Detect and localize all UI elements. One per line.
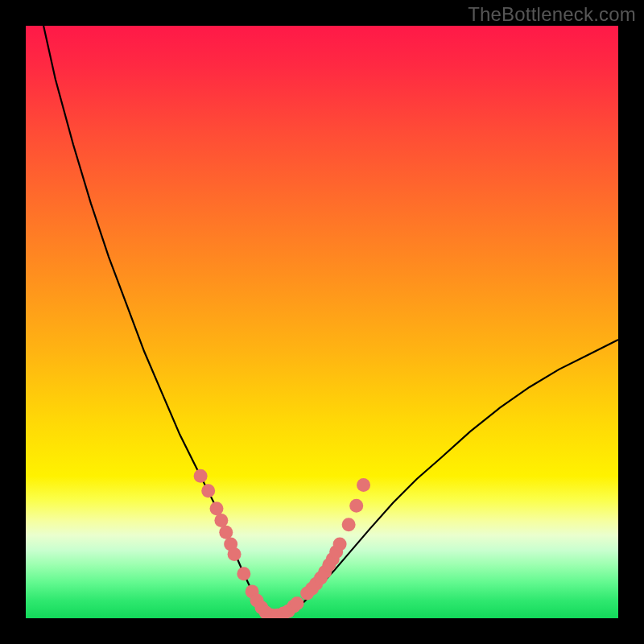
chart-outer-frame: TheBottleneck.com: [0, 0, 644, 644]
bottleneck-chart: [26, 26, 618, 618]
data-point-marker: [349, 499, 363, 513]
plot-area: [26, 26, 618, 618]
data-point-marker: [357, 478, 370, 492]
data-point-marker: [209, 502, 223, 515]
data-point-marker: [291, 597, 304, 610]
watermark-text: TheBottleneck.com: [468, 3, 636, 26]
data-point-marker: [194, 469, 208, 483]
data-point-marker: [237, 567, 250, 580]
data-point-marker: [201, 484, 215, 497]
data-point-marker: [219, 526, 233, 539]
data-point-marker: [228, 547, 242, 561]
data-point-marker: [214, 514, 228, 527]
data-point-marker: [333, 538, 347, 551]
gradient-background: [26, 26, 618, 618]
data-point-marker: [342, 518, 356, 531]
